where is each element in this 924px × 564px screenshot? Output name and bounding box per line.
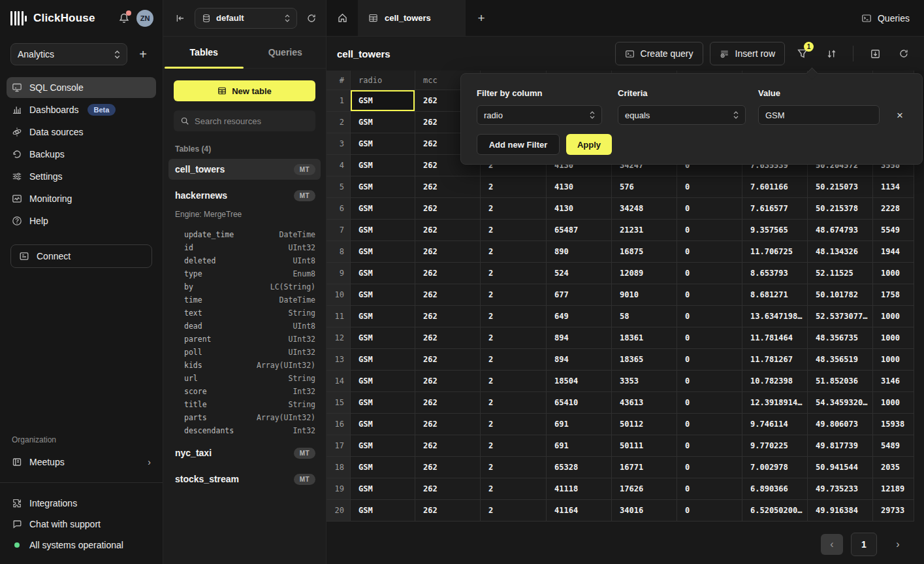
database-select[interactable]: default: [195, 8, 297, 29]
data-cell[interactable]: 2: [481, 306, 547, 327]
data-cell[interactable]: 9.770225: [742, 435, 808, 457]
table-item-stocks-stream[interactable]: stocks_stream MT: [168, 469, 321, 489]
sidebar-item-integrations[interactable]: Integrations: [7, 493, 156, 513]
data-cell[interactable]: 2: [481, 392, 547, 414]
search-input[interactable]: Search resources: [174, 110, 315, 131]
data-cell[interactable]: GSM: [351, 284, 415, 306]
data-cell[interactable]: 0: [677, 306, 742, 327]
data-cell[interactable]: 11.781267: [742, 349, 808, 371]
data-cell[interactable]: 1758: [873, 284, 914, 306]
data-cell[interactable]: 2: [481, 284, 547, 306]
data-cell[interactable]: 50.215378: [808, 198, 873, 220]
data-cell[interactable]: 50111: [612, 435, 677, 457]
data-cell[interactable]: 2035: [873, 457, 914, 478]
data-cell[interactable]: 0: [677, 284, 742, 306]
data-cell[interactable]: 50.215073: [808, 176, 873, 198]
data-cell[interactable]: 65487: [547, 220, 612, 241]
avatar[interactable]: ZN: [136, 10, 153, 27]
data-cell[interactable]: 16875: [612, 241, 677, 263]
data-cell[interactable]: 49.916384: [808, 500, 873, 522]
data-cell[interactable]: 2228: [873, 198, 914, 220]
filter-value-input[interactable]: GSM: [758, 105, 880, 125]
apply-filter-button[interactable]: Apply: [566, 134, 612, 155]
data-cell[interactable]: 9010: [612, 284, 677, 306]
data-cell[interactable]: GSM: [351, 478, 415, 500]
prev-page-button[interactable]: ‹: [821, 534, 843, 555]
data-cell[interactable]: 16771: [612, 457, 677, 478]
refresh-icon[interactable]: [306, 13, 317, 24]
data-cell[interactable]: 2: [481, 371, 547, 392]
data-cell[interactable]: 8.681271: [742, 284, 808, 306]
data-cell[interactable]: 262: [415, 220, 481, 241]
data-cell[interactable]: 12.3918914…: [742, 392, 808, 414]
next-page-button[interactable]: ›: [889, 534, 907, 555]
data-cell[interactable]: GSM: [351, 327, 415, 349]
data-cell[interactable]: 48.134326: [808, 241, 873, 263]
data-cell[interactable]: 2: [481, 349, 547, 371]
data-cell[interactable]: 262: [415, 327, 481, 349]
data-cell[interactable]: 51.852036: [808, 371, 873, 392]
data-cell[interactable]: GSM: [351, 241, 415, 263]
data-cell[interactable]: 262: [415, 371, 481, 392]
data-cell[interactable]: 649: [547, 306, 612, 327]
data-cell[interactable]: GSM: [351, 457, 415, 478]
data-cell[interactable]: GSM: [351, 306, 415, 327]
data-cell[interactable]: 0: [677, 349, 742, 371]
notifications-button[interactable]: [118, 12, 130, 24]
data-cell[interactable]: 2: [481, 327, 547, 349]
data-cell[interactable]: 2: [481, 176, 547, 198]
sidebar-item-backups[interactable]: Backups: [7, 144, 156, 165]
sidebar-item-sql-console[interactable]: SQL Console: [7, 77, 156, 98]
data-cell[interactable]: 29733: [873, 500, 914, 522]
data-cell[interactable]: 50112: [612, 414, 677, 435]
data-cell[interactable]: GSM: [351, 500, 415, 522]
data-cell[interactable]: 262: [415, 176, 481, 198]
data-cell[interactable]: 13.6347198…: [742, 306, 808, 327]
data-cell[interactable]: 0: [677, 220, 742, 241]
data-cell[interactable]: 691: [547, 414, 612, 435]
data-cell[interactable]: GSM: [351, 112, 415, 133]
data-cell[interactable]: 34248: [612, 198, 677, 220]
filter-column-select[interactable]: radio: [477, 105, 602, 125]
sidebar-item-monitoring[interactable]: Monitoring: [7, 188, 156, 209]
data-cell[interactable]: 5549: [873, 220, 914, 241]
add-new-filter-button[interactable]: Add new Filter: [477, 134, 560, 155]
data-cell[interactable]: 7.601166: [742, 176, 808, 198]
data-cell[interactable]: 6.52050200…: [742, 500, 808, 522]
sidebar-item-meetups[interactable]: Meetups ›: [7, 451, 156, 473]
data-cell[interactable]: 0: [677, 198, 742, 220]
data-cell[interactable]: GSM: [351, 133, 415, 155]
table-item-hackernews[interactable]: hackernews MT: [168, 185, 321, 206]
insert-row-button[interactable]: Insert row: [710, 42, 785, 65]
data-cell[interactable]: 0: [677, 457, 742, 478]
data-cell[interactable]: 262: [415, 414, 481, 435]
data-cell[interactable]: 890: [547, 241, 612, 263]
data-cell[interactable]: 48.674793: [808, 220, 873, 241]
data-cell[interactable]: 18365: [612, 349, 677, 371]
data-cell[interactable]: 15938: [873, 414, 914, 435]
data-cell[interactable]: 3146: [873, 371, 914, 392]
data-cell[interactable]: 8.653793: [742, 263, 808, 284]
data-cell[interactable]: 262: [415, 392, 481, 414]
data-cell[interactable]: 0: [677, 241, 742, 263]
data-cell[interactable]: 0: [677, 500, 742, 522]
data-cell[interactable]: 262: [415, 478, 481, 500]
data-cell[interactable]: 7.616577: [742, 198, 808, 220]
data-cell[interactable]: 262: [415, 500, 481, 522]
sidebar-item-data-sources[interactable]: Data sources: [7, 122, 156, 142]
data-cell[interactable]: 65328: [547, 457, 612, 478]
data-cell[interactable]: GSM: [351, 371, 415, 392]
new-tab-button[interactable]: +: [466, 0, 497, 36]
data-cell[interactable]: 0: [677, 435, 742, 457]
data-cell[interactable]: 1000: [873, 349, 914, 371]
filter-criteria-select[interactable]: equals: [618, 105, 746, 125]
data-cell[interactable]: 0: [677, 176, 742, 198]
data-cell[interactable]: 576: [612, 176, 677, 198]
data-cell[interactable]: 0: [677, 414, 742, 435]
data-cell[interactable]: 1000: [873, 327, 914, 349]
tab-cell-towers[interactable]: cell_towers: [358, 0, 466, 36]
data-cell[interactable]: 12089: [612, 263, 677, 284]
data-cell[interactable]: 894: [547, 327, 612, 349]
data-cell[interactable]: 1000: [873, 306, 914, 327]
data-cell[interactable]: 49.806073: [808, 414, 873, 435]
